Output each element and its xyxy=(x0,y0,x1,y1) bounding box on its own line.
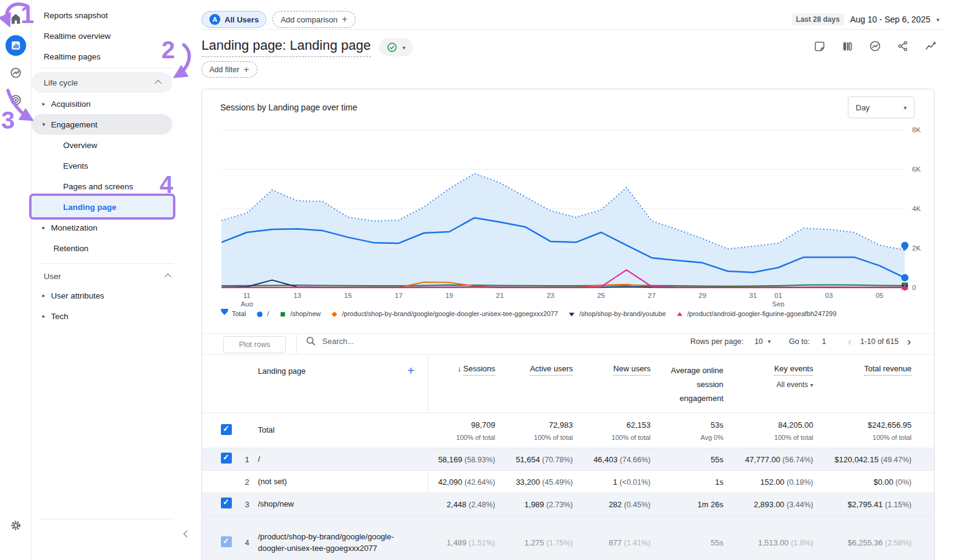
next-page-icon[interactable]: › xyxy=(904,336,915,347)
reports-sidebar: Reports snapshot Realtime overview Realt… xyxy=(32,0,182,560)
expand-arrow-icon[interactable]: ▸ xyxy=(39,224,49,231)
column-header-avg-engagement[interactable]: Average online session engagement xyxy=(668,364,723,405)
legend-marker-icon xyxy=(220,309,229,319)
insights-icon[interactable] xyxy=(868,39,882,53)
plus-icon: + xyxy=(342,14,347,25)
plot-rows-button[interactable]: Plot rows xyxy=(223,336,286,353)
caret-down-icon: ▾ xyxy=(904,104,907,111)
svg-text:03: 03 xyxy=(825,292,833,299)
admin-gear-icon[interactable] xyxy=(5,515,26,536)
landing-page-cell: /shop/new xyxy=(258,499,428,510)
share-icon[interactable] xyxy=(896,39,910,53)
totals-checkbox[interactable]: ✓ xyxy=(221,424,232,435)
rows-per-page-label: Rows per page: xyxy=(691,337,744,346)
search-input[interactable] xyxy=(322,337,456,346)
caret-down-icon[interactable]: ▾ xyxy=(768,338,771,345)
column-header-new-users[interactable]: New users xyxy=(614,364,651,376)
metric-cell: 47,777.00 (56.74%) xyxy=(745,455,813,464)
metric-cell: 58,169 (58.93%) xyxy=(438,455,495,464)
explore-icon[interactable] xyxy=(5,62,26,83)
date-range-picker[interactable]: Last 28 days Aug 10 - Sep 6, 2025 ▾ xyxy=(792,13,939,25)
reports-icon[interactable] xyxy=(5,35,26,56)
sidebar-item-user-attributes[interactable]: ▸ User attributes xyxy=(32,285,182,306)
landing-page-cell: / xyxy=(258,454,428,465)
comparison-icon[interactable] xyxy=(840,39,854,53)
column-header-key-events[interactable]: Key events xyxy=(774,364,813,376)
sidebar-item-label: Pages and screens xyxy=(63,182,134,191)
column-header-active-users[interactable]: Active users xyxy=(530,364,573,376)
column-header-sessions[interactable]: Sessions xyxy=(463,364,495,376)
legend-marker-icon xyxy=(330,309,339,319)
svg-text:0: 0 xyxy=(912,284,916,291)
table-row: ✓4/product/shop-by-brand/google/google-d… xyxy=(202,515,934,560)
all-users-label: All Users xyxy=(225,15,259,24)
row-checkbox[interactable]: ✓ xyxy=(221,536,232,547)
collapse-arrow-icon[interactable]: ▾ xyxy=(39,121,49,127)
expand-arrow-icon[interactable]: ▸ xyxy=(39,292,49,299)
sidebar-item-engagement[interactable]: ▾ Engagement xyxy=(32,114,172,135)
legend-item: /product/android-googler-figurine-ggoeaf… xyxy=(675,309,836,319)
sidebar-item-realtime-overview[interactable]: Realtime overview xyxy=(32,25,182,46)
metric-cell: 282 (0.45%) xyxy=(609,500,651,509)
goto-page-input[interactable]: 1 xyxy=(822,337,826,346)
advertising-icon[interactable] xyxy=(5,90,26,110)
report-status-button[interactable]: ▾ xyxy=(379,38,413,56)
home-icon[interactable] xyxy=(5,8,26,29)
row-checkbox[interactable]: ✓ xyxy=(221,453,232,464)
rows-per-page-value[interactable]: 10 xyxy=(754,337,763,346)
metric-cell: 51,654 (70.78%) xyxy=(516,455,573,464)
page-title: Landing page: Landing page xyxy=(201,38,371,57)
sidebar-item-label: Engagement xyxy=(51,120,98,129)
sidebar-item-acquisition[interactable]: ▸ Acquisition xyxy=(32,93,182,114)
metric-cell: 84,205.00100% of total xyxy=(774,420,813,441)
check-circle-icon xyxy=(387,42,398,53)
sidebar-item-monetization[interactable]: ▸ Monetization xyxy=(32,217,182,238)
sidebar-item-landing-page[interactable]: Landing page xyxy=(32,197,175,217)
sidebar-section-user[interactable]: User xyxy=(32,266,182,286)
sidebar-item-retention[interactable]: Retention xyxy=(32,238,182,258)
key-events-filter-label: All events xyxy=(777,380,808,389)
explore-report-icon[interactable] xyxy=(924,39,938,53)
row-number: 2 xyxy=(236,477,258,487)
sidebar-item-realtime-pages[interactable]: Realtime pages xyxy=(32,46,182,67)
all-users-chip[interactable]: A All Users xyxy=(201,11,266,28)
landing-page-cell: (not set) xyxy=(258,476,428,488)
notes-icon[interactable] xyxy=(812,39,827,53)
add-filter-button[interactable]: Add filter + xyxy=(201,61,257,78)
metric-cell: 1,275 (1.75%) xyxy=(524,538,573,547)
add-dimension-icon[interactable]: + xyxy=(407,364,414,378)
sort-desc-icon: ↓ xyxy=(458,364,462,373)
expand-arrow-icon[interactable]: ▸ xyxy=(39,101,49,107)
sidebar-item-pages-and-screens[interactable]: Pages and screens xyxy=(32,176,182,197)
table-totals-row: ✓Total98,709100% of total72,983100% of t… xyxy=(202,413,934,448)
legend-label: /product/android-googler-figurine-ggoeaf… xyxy=(687,310,836,317)
row-number: 3 xyxy=(236,500,258,509)
column-header-total-revenue[interactable]: Total revenue xyxy=(864,364,912,376)
sidebar-item-overview[interactable]: Overview xyxy=(32,135,182,155)
collapse-sidebar-button[interactable] xyxy=(184,528,189,539)
caret-down-icon: ▾ xyxy=(810,382,813,388)
section-label: Life cycle xyxy=(44,78,78,87)
granularity-select[interactable]: Day ▾ xyxy=(848,96,915,118)
row-number: 1 xyxy=(236,455,258,464)
sidebar-item-tech[interactable]: ▸ Tech xyxy=(32,306,182,326)
metric-cell: 55s xyxy=(711,538,723,547)
sidebar-item-reports-snapshot[interactable]: Reports snapshot xyxy=(32,5,182,25)
add-filter-label: Add filter xyxy=(209,66,239,74)
page-title-row: Landing page: Landing page ▾ xyxy=(201,38,413,57)
key-events-filter[interactable]: All events ▾ xyxy=(774,380,813,389)
expand-arrow-icon[interactable]: ▸ xyxy=(39,313,49,319)
sidebar-divider xyxy=(39,519,174,519)
sidebar-item-events[interactable]: Events xyxy=(32,155,182,176)
plus-icon: + xyxy=(243,64,249,75)
svg-text:17: 17 xyxy=(395,292,403,299)
totals-label: Total xyxy=(258,425,428,436)
legend-label: /shop/new xyxy=(290,310,320,317)
dimension-header-label[interactable]: Landing page xyxy=(258,366,306,376)
prev-page-icon[interactable]: ‹ xyxy=(844,336,855,347)
select-all-checkbox[interactable] xyxy=(221,364,232,375)
chart-legend: Total//shop/new/product/shop-by-brand/go… xyxy=(220,309,836,319)
row-checkbox[interactable]: ✓ xyxy=(221,498,232,508)
add-comparison-button[interactable]: Add comparison + xyxy=(272,11,355,28)
sidebar-section-life-cycle[interactable]: Life cycle xyxy=(32,72,172,93)
